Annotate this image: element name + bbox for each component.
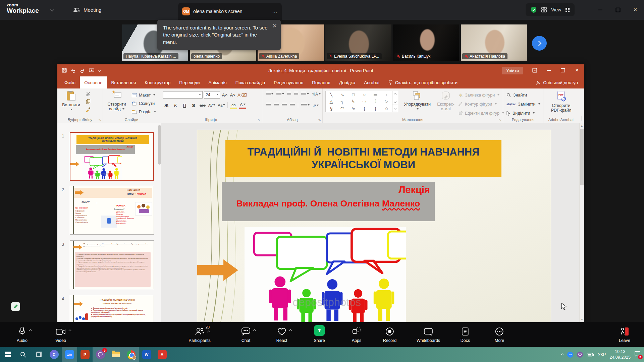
taskbar-app-powerpoint[interactable]: P [77, 347, 93, 362]
shape-glyph[interactable]: ↳ [352, 99, 355, 104]
tab-file[interactable]: Файл [60, 76, 80, 88]
audio-control[interactable]: Audio [17, 326, 28, 343]
shape-glyph[interactable]: ◦ [386, 92, 387, 97]
quick-styles-button[interactable]: Експрес-стилі [435, 90, 457, 112]
character-spacing-button[interactable]: AV [208, 102, 215, 109]
shapes-gallery[interactable]: ╲↘□○▭◦ △┐↳⇨⇩▷ §◠∿{}☆ [325, 91, 392, 112]
ribbon-display-options-icon[interactable] [528, 64, 542, 76]
share-button[interactable]: Спільний доступ [536, 76, 584, 88]
scroll-up-icon[interactable]: ▲ [580, 123, 584, 128]
start-slideshow-icon[interactable] [89, 68, 94, 73]
taskbar-app-explorer[interactable] [108, 347, 123, 362]
customize-qat-chevron-icon[interactable] [98, 69, 101, 72]
shape-glyph[interactable]: § [330, 106, 332, 111]
shape-effects-button[interactable]: Ефекти для фігур [458, 110, 504, 117]
taskbar-app-c[interactable]: C [46, 347, 62, 362]
zoom-tray-icon[interactable]: zm [567, 352, 573, 358]
change-case-button[interactable]: Aa [218, 102, 225, 109]
chat-control[interactable]: Chat [241, 326, 251, 343]
shape-fill-button[interactable]: Заливка фігури [458, 92, 504, 99]
ppt-minimize-button[interactable] [542, 64, 556, 76]
slide-lecture-banner[interactable]: Лекція Викладач проф. Олена Олегівна Мал… [222, 182, 435, 221]
text-shadow-button[interactable]: S [190, 102, 197, 109]
font-color-button[interactable]: A [239, 102, 246, 109]
tab-insert[interactable]: Вставлення [107, 76, 141, 88]
taskbar-app-chrome[interactable] [123, 347, 139, 362]
copy-button[interactable] [86, 99, 91, 105]
section-button[interactable]: Розділ [132, 108, 156, 116]
whiteboards-control[interactable]: Whiteboards [417, 326, 440, 343]
slide-thumbnail-4[interactable]: ТРАДИЦІЙНІ МЕТОДИ НАВЧАННЯ (універсальна… [70, 295, 154, 322]
hidden-icons-chevron-icon[interactable] [561, 352, 564, 358]
video-tile[interactable]: Evelina Savchukova LP... [325, 24, 391, 61]
panel-scrollbar[interactable] [158, 125, 161, 165]
shape-glyph[interactable]: } [375, 106, 376, 111]
shape-glyph[interactable]: ⇩ [374, 99, 377, 104]
tab-transitions[interactable]: Переходи [175, 76, 204, 88]
justify-button[interactable] [290, 103, 295, 108]
reset-button[interactable]: Скинути [132, 100, 156, 107]
maximize-button[interactable] [609, 0, 627, 20]
tab-acrobat[interactable]: Acrobat [360, 76, 384, 88]
clear-formatting-button[interactable]: A⌫ [237, 92, 247, 98]
dialog-launcher-icon[interactable]: ⇘ [318, 118, 321, 122]
shape-glyph[interactable]: ⇨ [363, 99, 366, 104]
participants-control[interactable]: 20 Participants [189, 326, 210, 343]
slide-thumbnail-panel[interactable]: 1 ТРАДИЦІЙНІ Й НОВІТНІ МЕТОДИ НАВЧАННЯ У… [57, 123, 161, 322]
slide-thumbnail-2[interactable]: НАВЧАННЯ ЗМІСТ + ФОРМА ЗМІСТ ← Що вивчає… [70, 186, 154, 235]
cut-button[interactable] [86, 91, 91, 98]
align-center-button[interactable] [274, 103, 279, 108]
ppt-close-button[interactable]: × [570, 64, 584, 76]
text-direction-button[interactable]: ⇅A [312, 92, 321, 97]
bullets-button[interactable] [266, 92, 273, 97]
video-tile[interactable]: Василь Капшук [393, 24, 459, 61]
underline-button[interactable]: П [181, 102, 188, 109]
tab-home[interactable]: Основне [80, 76, 107, 88]
create-pdf-button[interactable]: PDF Створити PDF-файл [548, 90, 574, 113]
scroll-down-icon[interactable]: ▼ [580, 317, 584, 322]
more-control[interactable]: More [495, 326, 504, 343]
new-slide-button[interactable]: Створити слайд [106, 90, 128, 112]
view-controls[interactable]: View [526, 3, 575, 16]
shape-glyph[interactable]: □ [352, 92, 355, 97]
viber-tray-icon[interactable] [577, 352, 583, 358]
tab-review[interactable]: Рецензування [269, 76, 308, 88]
shape-glyph[interactable]: ▷ [385, 99, 388, 104]
annotation-pencil-button[interactable] [11, 302, 20, 311]
slide-title-banner[interactable]: ТРАДИЦІЙНІ Й НОВІТНІ МЕТОДИ НАВЧАННЯ УКР… [225, 140, 501, 177]
record-control[interactable]: Record [383, 326, 396, 343]
tab-shared-screen[interactable]: OM olena malenko's screen … [178, 3, 282, 20]
redo-icon[interactable] [80, 68, 85, 73]
find-button[interactable]: Знайти [506, 92, 540, 99]
ppt-restore-button[interactable] [556, 64, 570, 76]
react-chevron-icon[interactable] [289, 329, 292, 333]
columns-button[interactable] [301, 103, 310, 108]
taskbar-app-word[interactable]: W [139, 347, 154, 362]
shrink-font-button[interactable]: A˅ [229, 92, 236, 98]
slide-editor-area[interactable]: ТРАДИЦІЙНІ Й НОВІТНІ МЕТОДИ НАВЧАННЯ УКР… [161, 123, 584, 322]
paste-button[interactable]: Вставити [61, 90, 81, 112]
react-control[interactable]: React [276, 326, 287, 343]
current-slide-canvas[interactable]: ТРАДИЦІЙНІ Й НОВІТНІ МЕТОДИ НАВЧАННЯ УКР… [197, 130, 551, 322]
taskbar-app-zoom[interactable]: zm [62, 347, 77, 362]
strikethrough-button[interactable]: abc [199, 102, 206, 109]
scrollbar-thumb[interactable] [580, 129, 584, 185]
minimize-button[interactable] [592, 0, 609, 20]
decrease-indent-button[interactable] [287, 92, 291, 97]
shape-glyph[interactable]: ┐ [341, 99, 344, 104]
language-indicator[interactable]: УКР [598, 352, 606, 357]
workspace-dropdown-chevron-icon[interactable] [50, 7, 54, 11]
italic-button[interactable]: К [172, 102, 179, 109]
shape-glyph[interactable]: ☆ [385, 106, 389, 111]
close-notification-icon[interactable]: ✕ [272, 22, 277, 30]
participants-chevron-icon[interactable] [207, 331, 210, 334]
tell-me-box[interactable]: Скажіть, що потрібно зробити [384, 76, 462, 88]
slide-clipart-image[interactable] [245, 227, 406, 322]
tab-meeting[interactable]: Meeting [73, 0, 101, 20]
shapes-gallery-scroll[interactable] [392, 91, 398, 112]
shape-outline-button[interactable]: Контур фігури [458, 101, 504, 108]
start-button[interactable] [0, 347, 15, 362]
arrange-button[interactable]: Упорядкувати [402, 90, 433, 112]
sign-in-button[interactable]: Увійти [502, 67, 523, 74]
align-left-button[interactable] [266, 103, 271, 108]
